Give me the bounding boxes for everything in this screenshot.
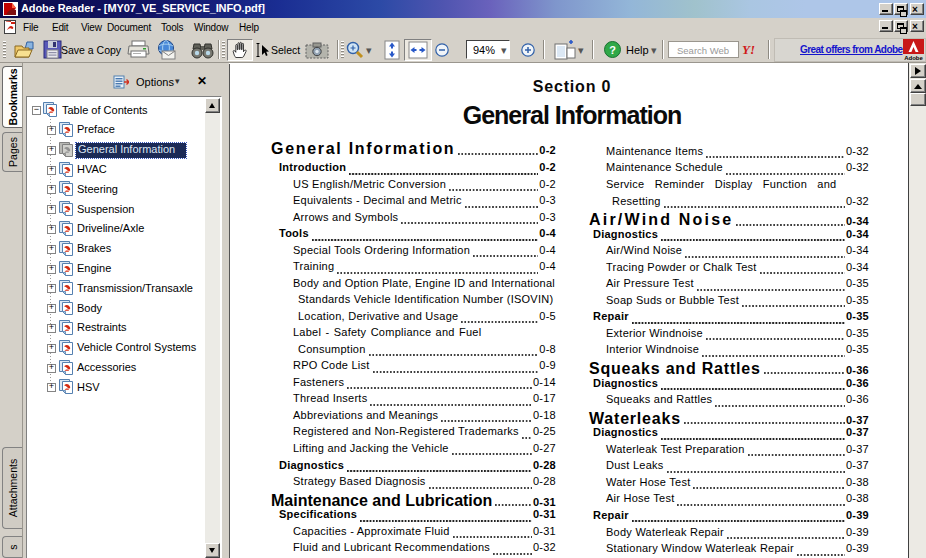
svg-text:Adobe: Adobe (904, 55, 923, 61)
